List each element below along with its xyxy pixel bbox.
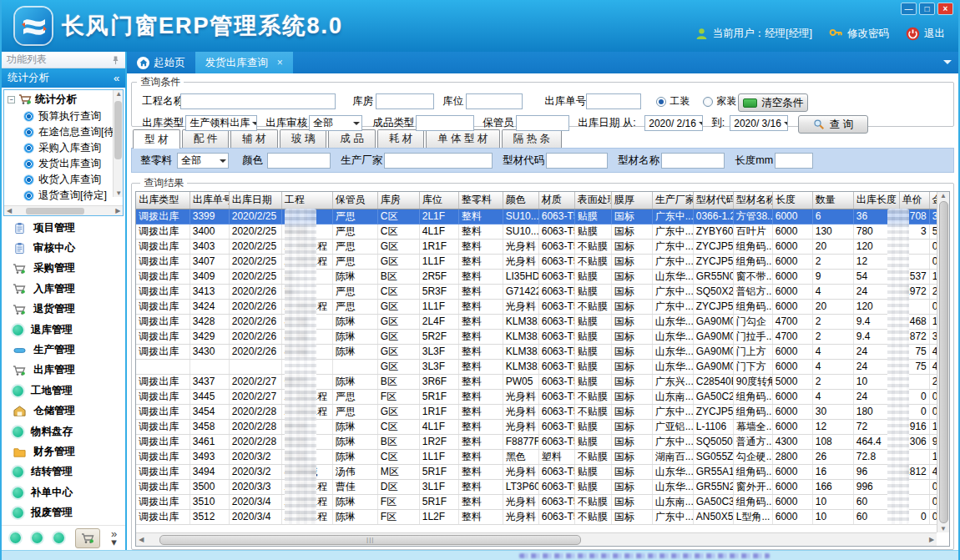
material-tab[interactable]: 玻 璃 [280, 129, 326, 148]
table-row[interactable]: 调拨出库34942020/3/2石 辉城汤伟M区5R1F整料光身料6063-T5… [136, 464, 943, 479]
tree-vertical-scrollbar[interactable]: ▲ ▼ [113, 90, 123, 197]
vscroll-thumb[interactable] [939, 201, 948, 523]
profile-name-input[interactable] [661, 153, 725, 169]
column-header[interactable]: 出库类型 [136, 192, 189, 209]
table-row[interactable]: 调拨出库35002020/3/3工 共工程曹佳D区3L1F整料LT3P60606… [136, 479, 943, 494]
sidebar-item[interactable]: 采购管理 [2, 261, 125, 275]
sidebar-item[interactable]: 审核中心 [2, 241, 125, 255]
column-header[interactable]: 出库长度 [853, 192, 899, 209]
scroll-left-icon[interactable]: ◀ [136, 536, 146, 543]
scroll-down-icon[interactable]: ▼ [938, 525, 948, 532]
audit-select[interactable]: 全部 [309, 115, 362, 131]
table-row[interactable]: 调拨出库34582020/2/28华 原...陈琳C区4L1F整料光身料6063… [136, 419, 943, 434]
column-header[interactable]: 整零料 [458, 192, 503, 209]
table-row[interactable]: 调拨出库34372020/2/27佛 料...陈琳B区3R6F整料PW05606… [136, 374, 943, 389]
column-header[interactable]: 生产厂家 [652, 192, 693, 209]
table-row[interactable]: 调拨出库34002020/2/25华 原..严思C区4L1F整料SU10...6… [136, 224, 943, 239]
minimize-button[interactable]: — [901, 3, 917, 15]
table-row[interactable]: 调拨出库34282020/2/26石 城陈琳G区2L4F整料KLM3817606… [136, 314, 943, 329]
column-header[interactable]: 材质 [538, 192, 574, 209]
scroll-up-icon[interactable]: ▲ [938, 192, 948, 199]
tree-item[interactable]: 退货查询[待定] [4, 188, 123, 204]
column-header[interactable]: 长度 [772, 192, 812, 209]
scroll-up-icon[interactable]: ▲ [114, 90, 124, 98]
warehouse-input[interactable] [376, 93, 434, 109]
table-row[interactable]: 调拨出库34932020/3/2华 原...陈琳C区1L1F整料黑色塑料不贴膜国… [136, 449, 943, 464]
material-tab[interactable]: 辅 材 [230, 129, 277, 148]
search-button[interactable]: 查 询 [798, 115, 868, 134]
sidebar-item[interactable]: 生产管理 [2, 343, 125, 357]
circle-icon[interactable] [10, 532, 21, 543]
sidebar-item[interactable]: 物料盘存 [2, 425, 125, 439]
table-row[interactable]: 调拨出库34292020/2/26石 城陈琳G区5R2F整料KLM3817606… [136, 329, 943, 344]
column-header[interactable]: 膜厚 [611, 192, 652, 209]
material-tab[interactable]: 型 材 [133, 129, 179, 149]
radio-jiazhuang[interactable]: 家装 [703, 93, 736, 109]
tree-hscroll-thumb[interactable] [26, 208, 84, 214]
tab-outbound-query[interactable]: 发货出库查询 × [195, 52, 293, 73]
column-header[interactable]: 单价 [899, 192, 929, 209]
logout-button[interactable]: 退出 [906, 27, 945, 41]
cart-toolbar-button[interactable] [75, 528, 100, 548]
maximize-button[interactable]: □ [919, 3, 935, 15]
tree-vscroll-thumb[interactable] [114, 101, 122, 159]
length-input[interactable] [775, 153, 813, 169]
column-header[interactable]: 出库单号 [189, 192, 229, 209]
profile-code-input[interactable] [546, 153, 608, 169]
column-header[interactable]: 库房 [377, 192, 419, 209]
tree-item[interactable]: 采购入库查询 [4, 140, 123, 156]
tree-expander-icon[interactable]: − [8, 96, 15, 103]
column-header[interactable]: 数量 [812, 192, 853, 209]
column-header[interactable]: 出库日期 [229, 192, 281, 209]
table-vertical-scrollbar[interactable]: ▲ ▼ [937, 192, 949, 532]
outbound-type-select[interactable]: 生产领料出库 [185, 115, 257, 131]
table-row[interactable]: 调拨出库35102020/3/4工 共工程陈琳F区5R1F整料光身料6063-T… [136, 494, 943, 509]
scroll-right-icon[interactable]: ▶ [113, 207, 123, 214]
manufacturer-input[interactable] [384, 153, 493, 169]
column-header[interactable]: 型材代码 [693, 192, 733, 209]
column-header[interactable]: 表面处理 [574, 192, 611, 209]
stats-section-header[interactable]: 统计分析 « [2, 68, 125, 88]
table-horizontal-scrollbar[interactable]: ◀ ||| ▶ [136, 532, 937, 546]
tree-horizontal-scrollbar[interactable]: ◀ ▶ [4, 205, 123, 215]
tab-list-dropdown-icon[interactable] [943, 60, 952, 68]
sidebar-item[interactable]: 报废管理 [2, 506, 125, 520]
tree-item[interactable]: 收货入库查询 [4, 172, 123, 188]
table-row[interactable]: 调拨出库34612020/2/28华 原...陈琳B区1R2F整料F8877FT… [136, 434, 943, 449]
zhengliao-select[interactable]: 全部 [177, 153, 229, 169]
table-row[interactable]: 调拨出库34242020/2/26工 共工程严思G区1L1F整料光身料6063-… [136, 299, 943, 314]
column-header[interactable]: 保管员 [332, 192, 377, 209]
material-tab[interactable]: 单 体 型 材 [426, 129, 499, 148]
table-row[interactable]: 调拨出库34452020/2/27工 共工程严思F区5R1F整料光身料6063-… [136, 389, 943, 404]
menu-overflow-button[interactable]: »▾ [111, 530, 117, 547]
table-row[interactable]: 调拨出库34072020/2/25工 共工程严思G区1L1F整料光身料6063-… [136, 254, 943, 269]
collapse-icon[interactable]: « [114, 72, 119, 84]
location-input[interactable] [466, 93, 523, 109]
close-button[interactable]: × [937, 3, 953, 15]
table-row[interactable]: 调拨出库34302020/2/26石 城陈琳G区3L3F整料KLM3817606… [136, 344, 943, 359]
sidebar-item[interactable]: 出库管理 [2, 363, 125, 377]
sidebar-item[interactable]: 仓储管理 [2, 404, 125, 418]
table-row[interactable]: G区3L3F整料KLM38176063-T5贴膜国标山东华...GA90M09.… [136, 359, 943, 374]
table-row[interactable]: 调拨出库35122020/3/4工 共工程陈琳F区1L2F整料光身料6063-T… [136, 509, 943, 524]
tree-item[interactable]: 预算执行查询 [4, 108, 123, 124]
color-input[interactable] [267, 153, 331, 169]
change-password-button[interactable]: 修改密码 [829, 27, 889, 41]
scroll-left-icon[interactable]: ◀ [4, 207, 14, 214]
pin-icon[interactable] [111, 55, 120, 65]
sidebar-item[interactable]: 退库管理 [2, 323, 125, 337]
scroll-right-icon[interactable]: ▶ [927, 536, 937, 543]
circle-icon[interactable] [32, 532, 43, 543]
sidebar-item[interactable]: 结转管理 [2, 465, 125, 479]
column-header[interactable]: 工程 [281, 192, 332, 209]
material-tab[interactable]: 耗 材 [377, 129, 424, 148]
column-header[interactable]: 型材名称 [733, 192, 772, 209]
date-to-select[interactable]: 2020/ 3/16 [730, 115, 788, 131]
sidebar-item[interactable]: 补单中心 [2, 486, 125, 500]
table-row[interactable]: 调拨出库34032020/2/25工 共工程严思G区1R1F整料光身料6063-… [136, 239, 943, 254]
circle-icon[interactable] [53, 532, 64, 543]
date-from-select[interactable]: 2020/ 2/16 [644, 115, 703, 131]
project-name-input[interactable] [180, 93, 336, 109]
material-tab[interactable]: 隔 热 条 [502, 129, 562, 148]
sidebar-item[interactable]: 入库管理 [2, 282, 125, 296]
